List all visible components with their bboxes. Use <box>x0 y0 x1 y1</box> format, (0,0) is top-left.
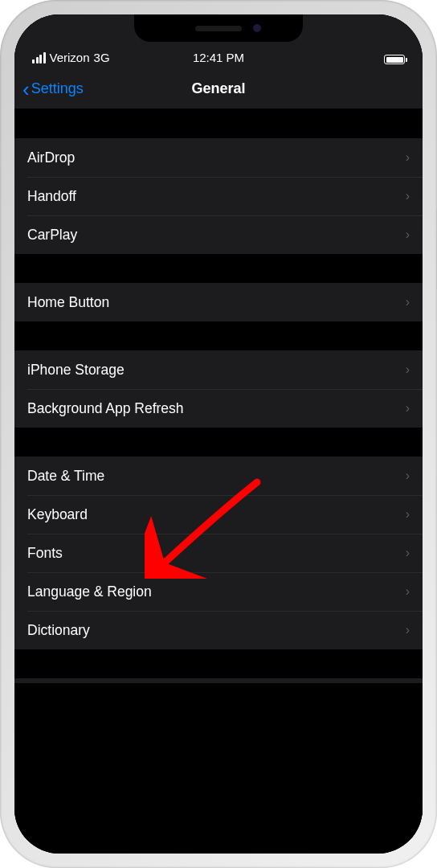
chevron-left-icon: ‹ <box>22 79 30 100</box>
chevron-right-icon: › <box>406 469 410 483</box>
chevron-right-icon: › <box>406 546 410 560</box>
list-item-handoff[interactable]: Handoff › <box>14 177 423 215</box>
section-group: Date & Time › Keyboard › Fonts › Languag… <box>14 457 423 649</box>
list-item-label: Home Button <box>27 294 109 311</box>
chevron-right-icon: › <box>406 295 410 309</box>
chevron-right-icon: › <box>406 584 410 599</box>
list-item-label: Fonts <box>27 545 63 562</box>
list-item-label: iPhone Storage <box>27 362 125 379</box>
list-item-language-region[interactable]: Language & Region › <box>14 572 423 611</box>
list-item-airdrop[interactable]: AirDrop › <box>14 138 423 177</box>
list-item-label: Background App Refresh <box>27 400 184 417</box>
list-item-fonts[interactable]: Fonts › <box>14 534 423 572</box>
notch <box>134 14 303 42</box>
front-camera <box>253 24 261 32</box>
list-item-label: Dictionary <box>27 622 90 639</box>
speaker <box>195 26 242 31</box>
network-label: 3G <box>94 51 110 64</box>
section-group: iPhone Storage › Background App Refresh … <box>14 350 423 428</box>
chevron-right-icon: › <box>406 362 410 377</box>
section-group: AirDrop › Handoff › CarPlay › <box>14 138 423 254</box>
back-button[interactable]: ‹ Settings <box>22 79 84 100</box>
list-item-dictionary[interactable]: Dictionary › <box>14 611 423 649</box>
chevron-right-icon: › <box>406 401 410 416</box>
page-title: General <box>191 80 245 97</box>
volume-down-button <box>0 257 1 309</box>
status-right <box>384 55 405 64</box>
section-group <box>14 678 423 683</box>
back-label: Settings <box>31 80 84 97</box>
list-item-date-time[interactable]: Date & Time › <box>14 457 423 495</box>
list-item-home-button[interactable]: Home Button › <box>14 283 423 321</box>
list-item-label: AirDrop <box>27 149 75 166</box>
list-item-keyboard[interactable]: Keyboard › <box>14 495 423 534</box>
list-item-iphone-storage[interactable]: iPhone Storage › <box>14 350 423 389</box>
chevron-right-icon: › <box>406 623 410 637</box>
content-scroll[interactable]: AirDrop › Handoff › CarPlay › Hom <box>14 109 423 854</box>
chevron-right-icon: › <box>406 150 410 165</box>
carrier-label: Verizon <box>50 51 90 64</box>
status-left: Verizon 3G <box>32 51 110 64</box>
screen: Verizon 3G 12:41 PM ‹ Settings General <box>14 14 423 854</box>
list-item-label: Date & Time <box>27 468 104 485</box>
list-item-label: Keyboard <box>27 506 88 523</box>
navigation-bar: ‹ Settings General <box>14 69 423 109</box>
volume-up-button <box>0 193 1 245</box>
signal-icon <box>32 52 46 63</box>
chevron-right-icon: › <box>406 227 410 242</box>
chevron-right-icon: › <box>406 189 410 203</box>
list-item-label: Handoff <box>27 188 76 205</box>
battery-icon <box>384 55 405 64</box>
section-group: Home Button › <box>14 283 423 321</box>
list-item-label: CarPlay <box>27 227 77 244</box>
silence-switch <box>0 141 1 169</box>
list-item-carplay[interactable]: CarPlay › <box>14 215 423 254</box>
chevron-right-icon: › <box>406 507 410 522</box>
time-label: 12:41 PM <box>193 51 244 64</box>
list-item-label: Language & Region <box>27 583 152 600</box>
phone-frame: Verizon 3G 12:41 PM ‹ Settings General <box>0 0 437 868</box>
phone-inner: Verizon 3G 12:41 PM ‹ Settings General <box>14 14 423 854</box>
list-item-background-app-refresh[interactable]: Background App Refresh › <box>14 389 423 428</box>
